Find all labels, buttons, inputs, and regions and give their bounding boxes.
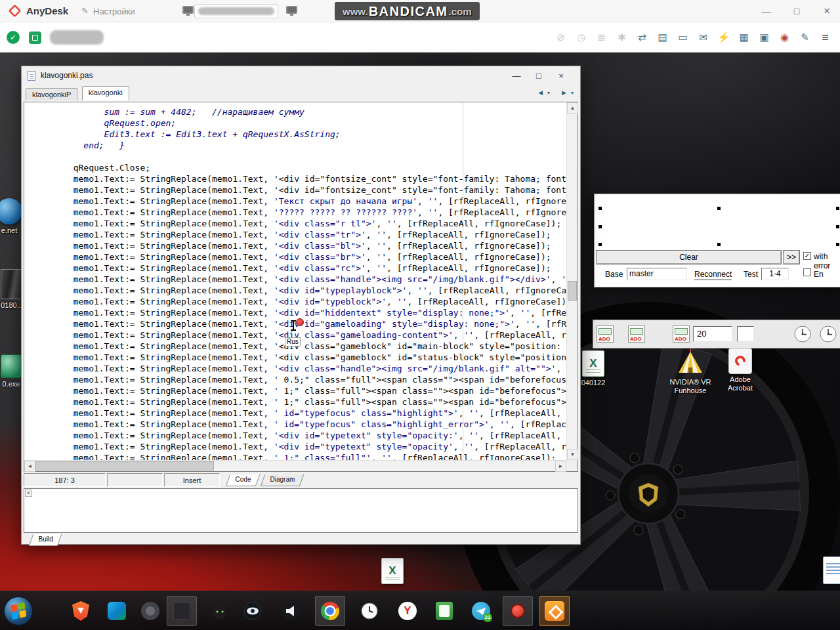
info-panel-icon[interactable]: ▤: [656, 32, 669, 43]
permissions-icon[interactable]: ▣: [757, 32, 771, 43]
selection-handle[interactable]: [598, 207, 602, 210]
taskbar-brave[interactable]: [66, 596, 96, 626]
code-line: memo1.Text:= StringReplace(memo1.Text, '…: [63, 329, 566, 341]
start-button[interactable]: [4, 597, 33, 625]
desktop-icon-notes[interactable]: [820, 556, 840, 584]
monitor-icon[interactable]: ▭: [676, 32, 690, 43]
selection-handle[interactable]: [717, 243, 721, 246]
selection-handle[interactable]: [717, 207, 721, 210]
code-line: memo1.Text:= StringReplace(memo1.Text, '…: [63, 184, 566, 196]
timer-icon[interactable]: [793, 325, 812, 346]
close-button[interactable]: ×: [550, 68, 572, 83]
horizontal-scrollbar[interactable]: ◄ ►: [24, 460, 566, 471]
ado-query-icon[interactable]: ADO: [628, 326, 645, 343]
menu-icon[interactable]: ≡: [818, 31, 832, 45]
code-editor[interactable]: sum := sum + 4482; //наращиваем сумму qR…: [24, 102, 566, 460]
keyboard-icon[interactable]: ▦: [737, 32, 751, 43]
session-thumbnail-icon[interactable]: [29, 32, 41, 44]
en-checkbox[interactable]: [803, 268, 811, 276]
test-input[interactable]: 1-4: [761, 268, 789, 280]
vertical-scrollbar[interactable]: ▲ ▼: [566, 102, 578, 460]
more-button[interactable]: >>: [783, 250, 800, 264]
ado-label: ADO: [630, 336, 642, 342]
desktop-icon-acrobat[interactable]: Adobe Acrobat: [717, 348, 764, 392]
taskbar-record[interactable]: [503, 596, 533, 626]
scroll-right-button[interactable]: ►: [555, 461, 566, 472]
cat-icon: [211, 602, 229, 620]
record-session-icon[interactable]: ◉: [778, 32, 791, 43]
taskbar-yandex[interactable]: Y: [392, 596, 423, 626]
taskbar-notepad[interactable]: [429, 596, 459, 626]
tab-code[interactable]: Code: [226, 474, 260, 486]
caret-position: 187: 3: [24, 473, 106, 487]
settings-menu[interactable]: Настройки: [93, 7, 135, 16]
nav-forward-icon[interactable]: ►: [560, 89, 568, 96]
code-line: memo1.Text:= StringReplace(memo1.Text, '…: [63, 251, 566, 262]
taskbar-app[interactable]: [135, 596, 165, 626]
anydesk-minimize-button[interactable]: —: [753, 0, 780, 22]
tab-diagram[interactable]: Diagram: [261, 474, 304, 486]
new-session-monitor-icon[interactable]: [286, 6, 297, 14]
anydesk-close-button[interactable]: ×: [814, 0, 840, 22]
message-panel-close-icon[interactable]: ×: [25, 490, 32, 497]
tab-klavogonkiP[interactable]: klavogonkiP: [26, 88, 77, 100]
nav-forward-dropdown-icon[interactable]: ▾: [571, 90, 574, 96]
base-input[interactable]: master: [627, 268, 687, 280]
timer-icon[interactable]: [819, 325, 837, 346]
selection-handle[interactable]: [836, 207, 839, 210]
selection-handle[interactable]: [598, 243, 602, 246]
horizontal-scroll-thumb[interactable]: [35, 461, 214, 471]
session-monitor-icon[interactable]: [182, 6, 194, 14]
taskbar-bandicam[interactable]: [539, 596, 570, 626]
notepad-icon: [436, 602, 453, 620]
taskbar-clock-app[interactable]: [354, 596, 385, 626]
taskbar-bluestacks[interactable]: [102, 596, 132, 626]
code-line: memo1.Text:= StringReplace(memo1.Text, '…: [63, 196, 566, 207]
code-line: memo1.Text:= StringReplace(memo1.Text, '…: [63, 441, 566, 452]
tab-klavogonki[interactable]: klavogonki: [82, 86, 129, 100]
nav-back-dropdown-icon[interactable]: ▾: [547, 90, 550, 96]
taskbar-announcer-app[interactable]: [276, 596, 306, 626]
taskbar-telegram[interactable]: 21: [466, 596, 496, 626]
code-line: memo1.Text:= StringReplace(memo1.Text, '…: [63, 307, 566, 318]
desktop-icon-excel-bottom[interactable]: X: [379, 558, 406, 584]
ado-query-icon[interactable]: ADO: [673, 326, 690, 343]
clear-button[interactable]: Clear: [596, 250, 782, 264]
privacy-icon[interactable]: ⊘: [554, 32, 568, 43]
selection-handle[interactable]: [836, 243, 839, 246]
selection-handle[interactable]: [836, 225, 839, 228]
anydesk-maximize-button[interactable]: □: [784, 0, 810, 22]
count-input[interactable]: 20: [693, 326, 732, 342]
taskbar-cat-app[interactable]: [205, 596, 235, 626]
empty-input[interactable]: [737, 326, 754, 342]
session-wait-icon[interactable]: ◷: [574, 32, 588, 43]
file-transfer-icon[interactable]: ⇄: [635, 32, 649, 43]
with-error-checkbox[interactable]: ✓: [803, 252, 811, 260]
code-line: memo1.Text:= StringReplace(memo1.Text, '…: [63, 229, 566, 240]
scroll-up-button[interactable]: ▲: [567, 102, 578, 114]
taskbar-eye-app[interactable]: [238, 596, 268, 626]
ado-query-icon[interactable]: ADO: [597, 326, 614, 343]
server-icon[interactable]: ≣: [595, 32, 608, 43]
reconnect-link[interactable]: Reconnect: [694, 270, 732, 280]
minimize-button[interactable]: —: [505, 68, 528, 83]
taskbar-chrome[interactable]: [315, 596, 345, 626]
editor-titlebar[interactable]: klavogonki.pas — □ ×: [22, 66, 580, 85]
taskbar-dark-app[interactable]: [167, 596, 197, 626]
scroll-down-button[interactable]: ▼: [567, 449, 578, 460]
file-thumbnail-icon: [1, 269, 23, 299]
stylus-icon[interactable]: ✎: [798, 32, 812, 43]
desktop-icon-nvidia-vr[interactable]: NVIDIA® VR Funhouse: [663, 349, 718, 395]
selection-handle[interactable]: [598, 225, 602, 228]
chat-icon[interactable]: ✉: [696, 32, 710, 43]
test-value: 1-4: [769, 269, 780, 278]
maximize-button[interactable]: □: [528, 68, 550, 83]
snowflake-icon[interactable]: ✱: [615, 32, 629, 43]
tab-build[interactable]: Build: [29, 534, 62, 546]
session-address-field[interactable]: [194, 4, 278, 18]
chrome-icon: [321, 602, 339, 620]
actions-icon[interactable]: ⚡: [717, 32, 730, 43]
scroll-left-button[interactable]: ◄: [24, 461, 35, 472]
vertical-scroll-thumb[interactable]: [568, 281, 577, 301]
nav-back-icon[interactable]: ◄: [537, 89, 544, 96]
